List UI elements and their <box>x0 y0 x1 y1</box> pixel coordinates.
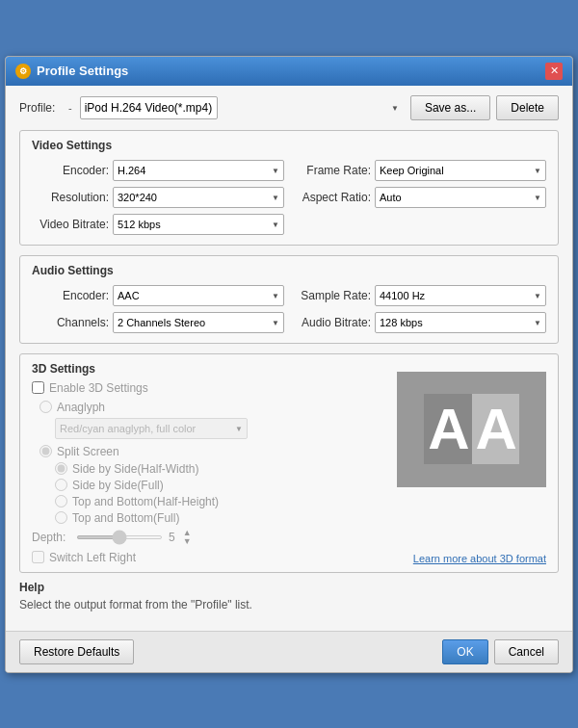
video-settings-title: Video Settings <box>32 139 546 152</box>
help-title: Help <box>19 581 559 594</box>
top-bottom-full-label: Top and Bottom(Full) <box>72 511 179 525</box>
encoder-row: Encoder: H.264 <box>32 160 284 181</box>
aa-preview: A A <box>424 394 519 464</box>
profile-select[interactable]: iPod H.264 Video(*.mp4) <box>80 96 218 119</box>
ok-button[interactable]: OK <box>442 639 487 664</box>
video-bitrate-label: Video Bitrate: <box>32 218 109 231</box>
3d-content: Enable 3D Settings Anaglyph Red/cyan ana… <box>32 381 546 564</box>
switch-row: Switch Left Right <box>32 551 387 564</box>
title-bar: ⚙ Profile Settings ✕ <box>6 57 572 86</box>
sample-rate-select[interactable]: 44100 Hz <box>375 285 546 306</box>
resolution-label: Resolution: <box>32 191 109 204</box>
audio-encoder-select-wrapper: AAC <box>113 285 284 306</box>
profile-row: Profile: - iPod H.264 Video(*.mp4) Save … <box>19 95 559 120</box>
enable-3d-checkbox[interactable] <box>32 381 44 394</box>
encoder-select[interactable]: H.264 <box>113 160 284 181</box>
resolution-select[interactable]: 320*240 <box>113 187 284 208</box>
audio-encoder-row: Encoder: AAC <box>32 285 284 306</box>
top-bottom-full-row: Top and Bottom(Full) <box>55 511 387 525</box>
3d-right-panel: A A Learn more about 3D format <box>397 381 546 564</box>
side-by-side-half-radio[interactable] <box>55 462 67 475</box>
resolution-select-wrapper: 320*240 <box>113 187 284 208</box>
depth-row: Depth: 5 ▲ ▼ <box>32 529 387 546</box>
depth-value: 5 <box>169 531 175 544</box>
anaglyph-select-wrapper: Red/cyan anaglyph, full color <box>55 418 248 439</box>
split-screen-radio[interactable] <box>39 445 52 457</box>
top-bottom-half-radio[interactable] <box>55 495 67 507</box>
top-bottom-full-radio[interactable] <box>55 511 67 524</box>
dialog-title: Profile Settings <box>37 64 545 78</box>
audio-settings-grid: Encoder: AAC Sample Rate: 44100 Hz <box>32 285 546 333</box>
video-bitrate-row: Video Bitrate: 512 kbps <box>32 214 284 235</box>
split-screen-label: Split Screen <box>57 445 119 458</box>
anaglyph-row: Anaglyph <box>39 401 387 414</box>
encoder-label: Encoder: <box>32 164 109 177</box>
audio-bitrate-label: Audio Bitrate: <box>294 316 371 329</box>
audio-settings-section: Audio Settings Encoder: AAC Sample Rate: <box>19 255 559 344</box>
delete-button[interactable]: Delete <box>496 95 559 120</box>
encoder-select-wrapper: H.264 <box>113 160 284 181</box>
top-bottom-half-row: Top and Bottom(Half-Height) <box>55 495 387 508</box>
profile-select-wrapper: iPod H.264 Video(*.mp4) <box>80 96 405 119</box>
video-settings-section: Video Settings Encoder: H.264 Frame Rate… <box>19 130 559 246</box>
depth-label: Depth: <box>32 531 70 544</box>
anaglyph-label: Anaglyph <box>57 401 105 414</box>
channels-select-wrapper: 2 Channels Stereo <box>113 312 284 333</box>
cancel-button[interactable]: Cancel <box>494 639 559 664</box>
learn-more-link[interactable]: Learn more about 3D format <box>413 553 546 564</box>
depth-slider[interactable] <box>76 535 163 539</box>
frame-rate-row: Frame Rate: Keep Original <box>294 160 546 181</box>
channels-label: Channels: <box>32 316 109 329</box>
dialog-footer: Restore Defaults OK Cancel <box>6 631 572 672</box>
sample-rate-select-wrapper: 44100 Hz <box>375 285 546 306</box>
audio-bitrate-row: Audio Bitrate: 128 kbps <box>294 312 546 333</box>
aa-right: A <box>472 394 519 464</box>
profile-label: Profile: <box>19 101 63 115</box>
frame-rate-label: Frame Rate: <box>294 164 371 177</box>
3d-left-controls: Enable 3D Settings Anaglyph Red/cyan ana… <box>32 381 387 564</box>
aspect-ratio-label: Aspect Ratio: <box>294 191 371 204</box>
channels-select[interactable]: 2 Channels Stereo <box>113 312 284 333</box>
resolution-row: Resolution: 320*240 <box>32 187 284 208</box>
top-bottom-half-label: Top and Bottom(Half-Height) <box>72 495 219 508</box>
switch-left-right-checkbox[interactable] <box>32 551 44 563</box>
aa-left: A <box>424 394 471 464</box>
3d-settings-section: 3D Settings Enable 3D Settings Anaglyph <box>19 353 559 573</box>
enable-3d-label: Enable 3D Settings <box>49 381 148 395</box>
footer-right-buttons: OK Cancel <box>442 639 559 664</box>
depth-down-icon[interactable]: ▼ <box>183 537 192 546</box>
channels-row: Channels: 2 Channels Stereo <box>32 312 284 333</box>
side-by-side-full-row: Side by Side(Full) <box>55 479 387 492</box>
help-text: Select the output format from the "Profi… <box>19 598 559 611</box>
dialog-body: Profile: - iPod H.264 Video(*.mp4) Save … <box>6 86 572 631</box>
split-screen-row: Split Screen <box>39 445 387 458</box>
restore-defaults-button[interactable]: Restore Defaults <box>19 639 134 664</box>
profile-settings-dialog: ⚙ Profile Settings ✕ Profile: - iPod H.2… <box>5 56 573 673</box>
video-bitrate-select[interactable]: 512 kbps <box>113 214 284 235</box>
anaglyph-select[interactable]: Red/cyan anaglyph, full color <box>55 418 248 439</box>
video-settings-grid: Encoder: H.264 Frame Rate: Keep Original <box>32 160 546 235</box>
audio-bitrate-select[interactable]: 128 kbps <box>375 312 546 333</box>
enable-3d-row: Enable 3D Settings <box>32 381 387 395</box>
audio-encoder-label: Encoder: <box>32 289 109 302</box>
video-bitrate-select-wrapper: 512 kbps <box>113 214 284 235</box>
frame-rate-select[interactable]: Keep Original <box>375 160 546 181</box>
help-section: Help Select the output format from the "… <box>19 581 559 611</box>
side-by-side-full-radio[interactable] <box>55 479 67 491</box>
aspect-ratio-row: Aspect Ratio: Auto <box>294 187 546 208</box>
app-icon: ⚙ <box>15 64 31 79</box>
close-button[interactable]: ✕ <box>545 63 563 80</box>
audio-encoder-select[interactable]: AAC <box>113 285 284 306</box>
aspect-ratio-select-wrapper: Auto <box>375 187 546 208</box>
anaglyph-radio[interactable] <box>39 401 52 413</box>
side-by-side-half-row: Side by Side(Half-Width) <box>55 462 387 476</box>
side-by-side-full-label: Side by Side(Full) <box>72 479 164 492</box>
audio-bitrate-select-wrapper: 128 kbps <box>375 312 546 333</box>
switch-left-right-label: Switch Left Right <box>49 551 136 564</box>
sample-rate-label: Sample Rate: <box>294 289 371 302</box>
side-by-side-half-label: Side by Side(Half-Width) <box>72 462 198 476</box>
sample-rate-row: Sample Rate: 44100 Hz <box>294 285 546 306</box>
save-as-button[interactable]: Save as... <box>410 95 490 120</box>
audio-settings-title: Audio Settings <box>32 264 546 277</box>
aspect-ratio-select[interactable]: Auto <box>375 187 546 208</box>
